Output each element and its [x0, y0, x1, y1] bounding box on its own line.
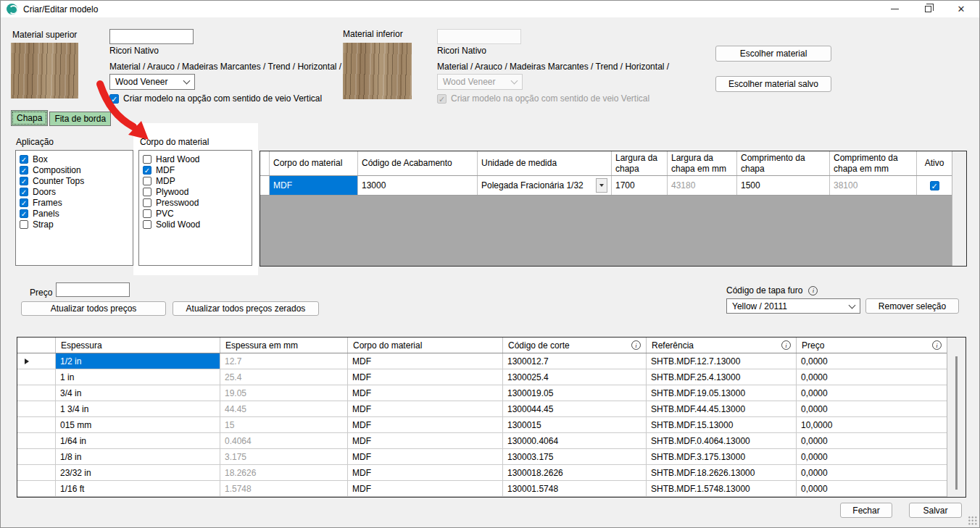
material-body-item-hard-wood[interactable]: Hard Wood	[141, 154, 250, 164]
sheet-table-row[interactable]: MDF 13000 Polegada Fracionária 1/32 1700…	[260, 176, 966, 196]
cell-espessura[interactable]: 1 in	[56, 369, 220, 385]
cell-codigo[interactable]: 1300015	[503, 417, 647, 432]
cell-espessura[interactable]: 3/4 in	[56, 385, 220, 401]
scrollbar-thumb[interactable]	[955, 356, 958, 490]
cell-preco[interactable]: 0,0000	[797, 385, 947, 401]
choose-saved-material-button[interactable]: Escolher material salvo	[715, 76, 831, 92]
row-selector-cell[interactable]	[17, 401, 56, 416]
cell-corpo[interactable]: MDF	[348, 417, 503, 432]
minimize-button[interactable]	[878, 1, 911, 17]
cell-espessura[interactable]: 1 3/4 in	[56, 401, 220, 416]
cap-hole-select[interactable]: Yellow / 20111	[726, 298, 860, 314]
material-body-item-presswood[interactable]: Presswood	[141, 197, 250, 208]
sheet-table-scrollbar[interactable]	[952, 151, 966, 266]
application-item-doors[interactable]: Doors	[17, 186, 131, 197]
row-selector-cell[interactable]	[17, 481, 56, 496]
cell-largura[interactable]: 1700	[612, 176, 668, 195]
material-body-item-pvc[interactable]: PVC	[141, 208, 250, 219]
cell-referencia[interactable]: SHTB.MDF.44.45.13000	[647, 401, 797, 416]
cell-referencia[interactable]: SHTB.MDF.19.05.13000	[647, 385, 797, 401]
table-row[interactable]: 1 in 25.4 MDF 1300025.4 SHTB.MDF.25.4.13…	[17, 369, 966, 385]
cell-corpo[interactable]: MDF	[348, 369, 503, 385]
resize-grip[interactable]	[968, 516, 977, 525]
cell-ativo[interactable]	[917, 176, 952, 195]
cell-codigo[interactable]: 130003.175	[503, 449, 647, 464]
cell-codigo[interactable]: 1300018.2626	[503, 465, 647, 480]
table-row[interactable]: 1/16 ft 1.5748 MDF 130001.5748 SHTB.MDF.…	[17, 481, 966, 497]
cell-preco[interactable]: 0,0000	[797, 481, 947, 496]
close-dialog-button[interactable]: Fechar	[840, 503, 892, 518]
cell-codigo-acabamento[interactable]: 13000	[358, 176, 478, 195]
remove-selection-button[interactable]: Remover seleção	[865, 298, 959, 314]
cell-preco[interactable]: 0,0000	[797, 449, 947, 464]
cell-unidade-medida[interactable]: Polegada Fracionária 1/32	[478, 176, 612, 195]
row-selector-cell[interactable]	[260, 176, 270, 195]
application-item-frames[interactable]: Frames	[17, 197, 131, 208]
row-selector-cell[interactable]	[17, 369, 56, 385]
cell-referencia[interactable]: SHTB.MDF.3.175.13000	[647, 449, 797, 464]
application-item-counter-tops[interactable]: Counter Tops	[17, 175, 131, 186]
cell-corpo[interactable]: MDF	[348, 385, 503, 401]
table-row[interactable]: 23/32 in 18.2626 MDF 1300018.2626 SHTB.M…	[17, 465, 966, 481]
cell-corpo[interactable]: MDF	[348, 401, 503, 416]
application-item-panels[interactable]: Panels	[17, 208, 131, 219]
material-body-item-plywood[interactable]: Plywood	[141, 186, 250, 197]
cell-corpo[interactable]: MDF	[348, 465, 503, 480]
row-selector-cell[interactable]	[17, 353, 56, 369]
material-body-item-solid-wood[interactable]: Solid Wood	[141, 219, 250, 230]
cell-codigo[interactable]: 1300019.05	[503, 385, 647, 401]
row-selector-cell[interactable]	[17, 417, 56, 432]
cell-referencia[interactable]: SHTB.MDF.18.2626.13000	[647, 465, 797, 480]
row-selector-cell[interactable]	[17, 449, 56, 464]
cell-codigo[interactable]: 1300025.4	[503, 369, 647, 385]
material-superior-vertical-option[interactable]: Criar modelo na opção com sentido de vei…	[109, 93, 322, 104]
cell-codigo[interactable]: 1300044.45	[503, 401, 647, 416]
cell-corpo[interactable]: MDF	[348, 433, 503, 448]
application-item-strap[interactable]: Strap	[17, 219, 131, 230]
update-all-prices-button[interactable]: Atualizar todos preços	[21, 301, 166, 316]
cell-corpo[interactable]: MDF	[348, 481, 503, 496]
table-row[interactable]: 1/2 in 12.7 MDF 1300012.7 SHTB.MDF.12.7.…	[17, 353, 966, 369]
row-selector-cell[interactable]	[17, 433, 56, 448]
cell-codigo[interactable]: 130001.5748	[503, 481, 647, 496]
cell-preco[interactable]: 0,0000	[797, 433, 947, 448]
material-superior-swatch[interactable]	[11, 43, 78, 99]
save-button[interactable]: Salvar	[909, 503, 962, 518]
cell-espessura[interactable]: 23/32 in	[56, 465, 220, 480]
cell-corpo[interactable]: MDF	[348, 353, 503, 369]
cell-dropdown-button[interactable]	[596, 178, 607, 193]
cell-referencia[interactable]: SHTB.MDF.25.4.13000	[647, 369, 797, 385]
material-body-item-mdp[interactable]: MDP	[141, 175, 250, 186]
table-row[interactable]: 1/64 in 0.4064 MDF 130000.4064 SHTB.MDF.…	[17, 433, 966, 449]
price-input[interactable]	[56, 282, 130, 297]
table-row[interactable]: 1 3/4 in 44.45 MDF 1300044.45 SHTB.MDF.4…	[17, 401, 966, 417]
cell-preco[interactable]: 0,0000	[797, 401, 947, 416]
update-zeroed-prices-button[interactable]: Atualizar todos preços zerados	[173, 301, 319, 316]
cell-preco[interactable]: 10,0000	[797, 417, 947, 432]
application-item-box[interactable]: Box	[17, 154, 131, 164]
cell-preco[interactable]: 0,0000	[797, 369, 947, 385]
cell-referencia[interactable]: SHTB.MDF.1.5748.13000	[647, 481, 797, 496]
cell-referencia[interactable]: SHTB.MDF.12.7.13000	[647, 353, 797, 369]
cell-codigo[interactable]: 1300012.7	[503, 353, 647, 369]
material-superior-type-select[interactable]: Wood Veneer	[109, 74, 195, 90]
application-item-composition[interactable]: Composition	[17, 164, 131, 175]
cell-corpo[interactable]: MDF	[270, 176, 358, 195]
cell-espessura[interactable]: 1/64 in	[56, 433, 220, 448]
table-row[interactable]: 1/8 in 3.175 MDF 130003.175 SHTB.MDF.3.1…	[17, 449, 966, 465]
thickness-table-scrollbar[interactable]	[947, 338, 966, 497]
cell-preco[interactable]: 0,0000	[797, 353, 947, 369]
cell-espessura[interactable]: 015 mm	[56, 417, 220, 432]
cell-corpo[interactable]: MDF	[348, 449, 503, 464]
cell-referencia[interactable]: SHTB.MDF.15.13000	[647, 417, 797, 432]
cell-comprimento[interactable]: 1500	[737, 176, 830, 195]
cell-espessura[interactable]: 1/16 ft	[56, 481, 220, 496]
cell-preco[interactable]: 0,0000	[797, 465, 947, 480]
close-button[interactable]: ✕	[944, 1, 978, 17]
row-selector-cell[interactable]	[17, 385, 56, 401]
cell-codigo[interactable]: 130000.4064	[503, 433, 647, 448]
table-row[interactable]: 3/4 in 19.05 MDF 1300019.05 SHTB.MDF.19.…	[17, 385, 966, 401]
restore-button[interactable]	[911, 1, 944, 17]
choose-material-button[interactable]: Escolher material	[715, 46, 831, 62]
material-body-item-mdf[interactable]: MDF	[141, 164, 250, 175]
